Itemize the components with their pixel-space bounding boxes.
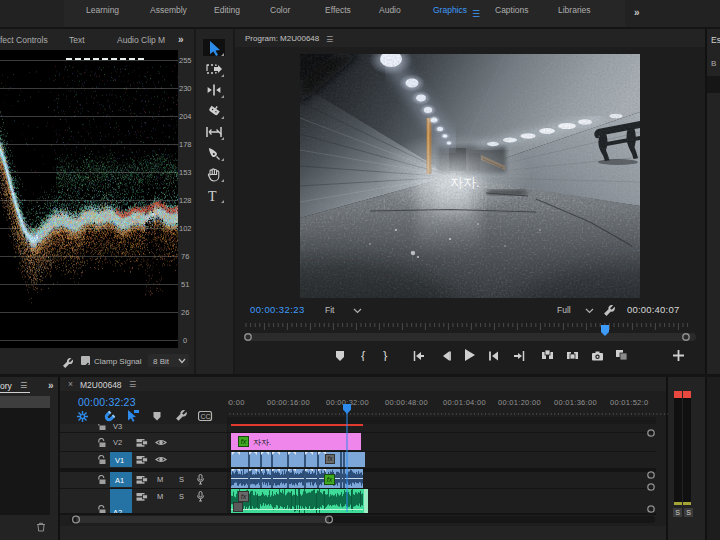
svg-text:T: T [208, 189, 217, 204]
svg-text:자자.: 자자. [450, 175, 480, 190]
svg-text:CC: CC [201, 413, 211, 420]
svg-text:{: { [361, 349, 366, 361]
svg-text:}: } [383, 349, 388, 361]
